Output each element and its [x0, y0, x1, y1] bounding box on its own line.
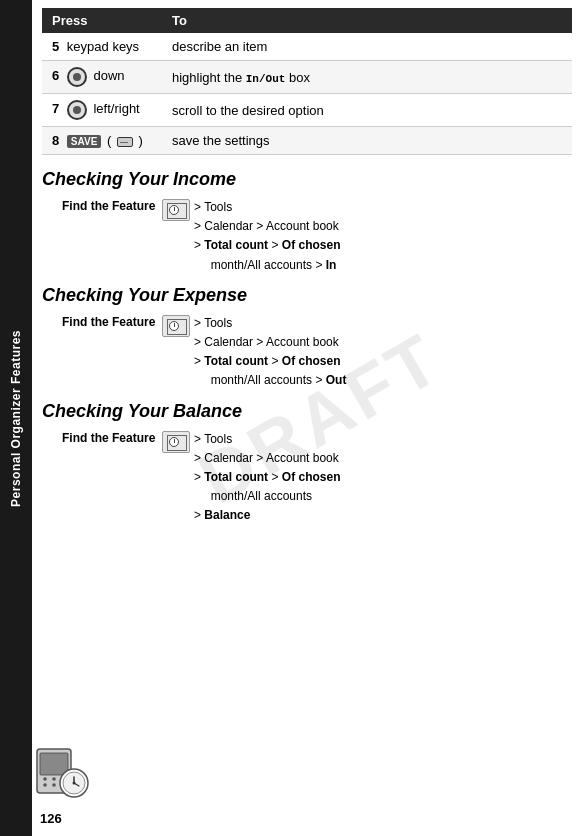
minus-button-icon — [117, 137, 133, 147]
page-wrapper: DRAFT Personal Organizer Features Press … — [0, 0, 582, 836]
press-text: left/right — [93, 101, 139, 116]
col-press-header: Press — [42, 8, 162, 33]
nav-dot-icon — [73, 73, 81, 81]
nav-line: > Calendar > Account book — [194, 333, 346, 352]
find-feature-label-balance: Find the Feature — [62, 430, 162, 445]
nav-line: > Calendar > Account book — [194, 217, 341, 236]
sidebar-label: Personal Organizer Features — [9, 330, 23, 507]
col-to-header: To — [162, 8, 572, 33]
section-heading-balance: Checking Your Balance — [42, 401, 572, 422]
table-cell-to: scroll to the desired option — [162, 94, 572, 127]
bottom-device-icon — [32, 741, 97, 806]
nav-line: > Tools — [194, 314, 346, 333]
section-expense: Checking Your Expense Find the Feature >… — [42, 285, 572, 391]
row-number: 7 — [52, 101, 59, 116]
bold-text: Out — [326, 373, 347, 387]
sidebar: Personal Organizer Features — [0, 0, 32, 836]
nav-line: > Balance — [194, 506, 341, 525]
save-key-label: SAVE — [67, 135, 102, 148]
nav-line: month/All accounts > In — [194, 256, 341, 275]
row-number: 5 — [52, 39, 59, 54]
row-number: 8 — [52, 133, 59, 148]
main-content: Press To 5 keypad keys describe an item … — [32, 0, 582, 836]
nav-path-income: > Tools > Calendar > Account book > Tota… — [194, 198, 341, 275]
find-feature-balance: Find the Feature > Tools > Calendar > Ac… — [42, 430, 572, 526]
nav-path-expense: > Tools > Calendar > Account book > Tota… — [194, 314, 346, 391]
table-cell-press: 7 left/right — [42, 94, 162, 127]
row-number: 6 — [52, 68, 59, 83]
svg-point-12 — [73, 782, 76, 785]
feature-icon-expense — [162, 315, 190, 337]
press-text: keypad keys — [67, 39, 139, 54]
clock-icon — [169, 205, 179, 215]
press-paren-open: ( — [107, 133, 115, 148]
bold-text: Total count — [204, 470, 268, 484]
svg-point-2 — [43, 777, 47, 781]
table-cell-to: save the settings — [162, 127, 572, 155]
feature-icon-income — [162, 199, 190, 221]
page-number: 126 — [40, 811, 62, 826]
feature-icon-balance — [162, 431, 190, 453]
clock-icon — [169, 321, 179, 331]
nav-line: > Total count > Of chosen — [194, 352, 346, 371]
table-row: 7 left/right scroll to the desired optio… — [42, 94, 572, 127]
nav-line: > Calendar > Account book — [194, 449, 341, 468]
nav-line: > Tools — [194, 198, 341, 217]
bold-text: Total count — [204, 354, 268, 368]
table-cell-press: 8 SAVE ( ) — [42, 127, 162, 155]
svg-point-6 — [52, 783, 56, 787]
section-heading-expense: Checking Your Expense — [42, 285, 572, 306]
nav-path-balance: > Tools > Calendar > Account book > Tota… — [194, 430, 341, 526]
press-paren-close: ) — [139, 133, 143, 148]
find-feature-income: Find the Feature > Tools > Calendar > Ac… — [42, 198, 572, 275]
table-cell-press: 5 keypad keys — [42, 33, 162, 61]
inout-text: In/Out — [246, 73, 286, 85]
table-row: 8 SAVE ( ) save the settings — [42, 127, 572, 155]
svg-rect-1 — [40, 753, 68, 775]
table-header-row: Press To — [42, 8, 572, 33]
find-feature-expense: Find the Feature > Tools > Calendar > Ac… — [42, 314, 572, 391]
nav-circle-icon — [67, 67, 87, 87]
table-row: 6 down highlight the In/Out box — [42, 61, 572, 94]
nav-dot-icon — [73, 106, 81, 114]
bold-text: Total count — [204, 238, 268, 252]
table-cell-to: describe an item — [162, 33, 572, 61]
nav-line: month/All accounts > Out — [194, 371, 346, 390]
find-feature-label-expense: Find the Feature — [62, 314, 162, 329]
bold-text: Of chosen — [282, 354, 341, 368]
nav-line: > Total count > Of chosen — [194, 468, 341, 487]
device-svg-icon — [32, 741, 92, 801]
table-cell-press: 6 down — [42, 61, 162, 94]
nav-circle-icon — [67, 100, 87, 120]
svg-point-5 — [43, 783, 47, 787]
bold-text: Of chosen — [282, 238, 341, 252]
bold-text: In — [326, 258, 337, 272]
table-row: 5 keypad keys describe an item — [42, 33, 572, 61]
bold-text: Of chosen — [282, 470, 341, 484]
bold-text: Balance — [204, 508, 250, 522]
section-balance: Checking Your Balance Find the Feature >… — [42, 401, 572, 526]
section-income: Checking Your Income Find the Feature > … — [42, 169, 572, 275]
table-cell-to: highlight the In/Out box — [162, 61, 572, 94]
press-text: down — [93, 68, 124, 83]
nav-line: > Total count > Of chosen — [194, 236, 341, 255]
nav-line: > Tools — [194, 430, 341, 449]
section-heading-income: Checking Your Income — [42, 169, 572, 190]
key-table: Press To 5 keypad keys describe an item … — [42, 8, 572, 155]
find-feature-label-income: Find the Feature — [62, 198, 162, 213]
svg-point-3 — [52, 777, 56, 781]
clock-icon — [169, 437, 179, 447]
nav-line: month/All accounts — [194, 487, 341, 506]
